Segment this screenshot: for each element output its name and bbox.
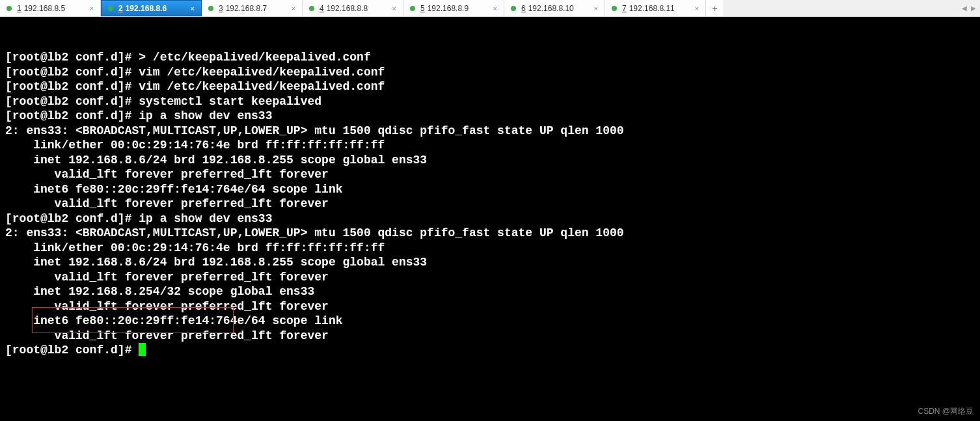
- nav-left-icon[interactable]: ◀: [962, 5, 967, 12]
- cursor: [139, 343, 146, 356]
- tab-bar: 1 192.168.8.5×2 192.168.8.6×3 192.168.8.…: [0, 0, 980, 17]
- tab-192-168-8-7[interactable]: 3 192.168.8.7×: [202, 0, 303, 16]
- tab-192-168-8-5[interactable]: 1 192.168.8.5×: [0, 0, 101, 16]
- tab-label: 192.168.8.10: [528, 4, 574, 13]
- status-dot-icon: [309, 6, 314, 11]
- tab-label: 192.168.8.6: [126, 4, 167, 13]
- tab-192-168-8-9[interactable]: 5 192.168.8.9×: [403, 0, 504, 16]
- status-dot-icon: [108, 6, 113, 11]
- tab-number: 6: [521, 4, 526, 13]
- tab-192-168-8-11[interactable]: 7 192.168.8.11×: [605, 0, 706, 16]
- status-dot-icon: [208, 6, 213, 11]
- nav-right-icon[interactable]: ▶: [971, 5, 976, 12]
- tab-nav-arrows[interactable]: ◀ ▶: [958, 0, 980, 16]
- tab-192-168-8-8[interactable]: 4 192.168.8.8×: [303, 0, 403, 16]
- tab-number: 1: [17, 4, 21, 13]
- tab-number: 3: [219, 4, 223, 13]
- status-dot-icon: [612, 6, 617, 11]
- tab-number: 2: [118, 4, 123, 13]
- tab-label: 192.168.8.7: [226, 4, 267, 13]
- status-dot-icon: [7, 6, 12, 11]
- close-icon[interactable]: ×: [185, 5, 195, 12]
- tab-192-168-8-6[interactable]: 2 192.168.8.6×: [101, 0, 202, 16]
- close-icon[interactable]: ×: [85, 5, 94, 12]
- close-icon[interactable]: ×: [286, 5, 295, 12]
- tab-192-168-8-10[interactable]: 6 192.168.8.10×: [504, 0, 605, 16]
- status-dot-icon: [511, 6, 516, 11]
- tab-label: 192.168.8.9: [428, 4, 469, 13]
- tab-number: 5: [420, 4, 425, 13]
- terminal-output[interactable]: [root@lb2 conf.d]# > /etc/keepalived/kee…: [0, 17, 980, 421]
- watermark: CSDN @网络豆: [918, 406, 973, 417]
- close-icon[interactable]: ×: [387, 5, 396, 12]
- close-icon[interactable]: ×: [589, 5, 598, 12]
- tab-number: 7: [622, 4, 627, 13]
- add-tab-button[interactable]: +: [706, 0, 724, 16]
- tab-label: 192.168.8.5: [24, 4, 65, 13]
- close-icon[interactable]: ×: [488, 5, 497, 12]
- close-icon[interactable]: ×: [690, 5, 699, 12]
- tab-label: 192.168.8.8: [327, 4, 368, 13]
- tab-number: 4: [320, 4, 324, 13]
- tab-label: 192.168.8.11: [629, 4, 675, 13]
- status-dot-icon: [410, 6, 415, 11]
